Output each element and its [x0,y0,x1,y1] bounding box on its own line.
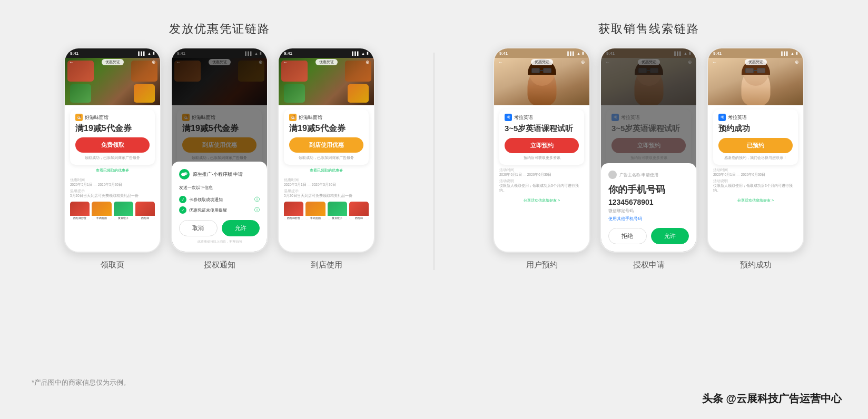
auth-buttons-5: 拒绝 允许 [608,228,689,244]
coupon-card-1: 🍜 好滋味面馆 满19减5代金券 免费领取 领取成功，已添加到商家广告服务 [70,109,155,165]
other-phone-5[interactable]: 使用其他手机号码 [608,216,689,222]
course-sub-6: 感谢您的预约，我们会尽快与您联系！ [718,155,793,161]
claim-button-1[interactable]: 免费领取 [75,137,150,153]
coupon-header-bar-1: ← 优惠凭证 ⊕ [65,59,160,65]
left-section-title: 发放优惠凭证链路 [169,21,270,37]
signal-icon: ▌▌▌ [138,52,146,55]
phone-4-content: 考 考拉英语 3~5岁英语课程试听 立即预约 预约后可获取更多资讯 活动时间 2… [494,105,589,252]
cancel-button-2[interactable]: 取消 [179,220,218,236]
right-phones-row: 9:41 ▌▌▌ ▲ ▮ [493,47,804,270]
auth-title-2: 发送一次以下信息 [179,185,260,191]
food-label-3b: 牛肉拉面 [305,216,325,220]
allow-button-2[interactable]: 允许 [222,220,260,236]
auth-check-2: ✓ 优惠凭证未使用提醒 ⓘ [179,206,260,214]
share-link-4[interactable]: 分享活动信息给好友 > [494,196,589,205]
section-divider [433,53,435,270]
food-img-3b [305,202,325,216]
auth-header-2: 原生推广·小程序版 申请 [179,169,260,179]
food-img-1b [92,202,111,216]
restaurant-name-3: 好滋味面馆 [299,114,322,121]
phone-label-4: 用户预约 [526,260,558,270]
course-card-6: 考 考拉英语 预约成功 已预约 感谢您的预约，我们会尽快与您联系！ [713,109,798,165]
brand-watermark: 头条 @云展科技广告运营中心 [702,392,842,406]
check-icon-1: ✓ [179,196,186,203]
reminder-label-1: 温馨提示 [70,189,155,194]
auth-label-5: 广告主名称 申请使用 [608,171,689,179]
course-title-4: 3~5岁英语课程试听 [505,123,579,134]
restaurant-icon-3: 🍜 [289,114,297,121]
coupon-header-bar-3: ← 优惠凭证 ⊕ [279,59,374,65]
check-text-2: 优惠凭证未使用提醒 [189,207,252,213]
course-title-6: 预约成功 [718,123,793,134]
phone-6-bottom: 活动时间 2020年6月1日 — 2020年6月30日 活动说明 仅限新人领取使… [708,165,803,196]
phone-6-header-person: ← 优惠凭证 ⊕ [708,58,803,105]
reminder-label-3: 温馨提示 [284,189,369,194]
signal-icon-3: ▌▌▌ [352,52,360,55]
food-label-3d: 西红柿 [349,216,369,220]
wifi-icon-4: ▲ [577,52,580,55]
auth-overlay-2: 原生推广·小程序版 申请 发送一次以下信息 ✓ 卡券领取成功通知 ⓘ ✓ [172,48,267,252]
food-thumbs-1: 西红柿炒蛋 牛肉拉面 黄豆饺子 [65,202,160,223]
use-button-3[interactable]: 到店使用优惠 [289,137,363,153]
wechat-bind-5: 微信绑定号码 [608,208,689,214]
food-label-3a: 西红柿炒蛋 [284,216,303,220]
phone-1-header-img: ← 优惠凭证 ⊕ [65,58,160,105]
activity-note-4: 仅限新人领取使用；领取成功后3个月内可进行预约。 [499,184,584,193]
status-time-1: 9:41 [70,51,78,56]
check-text-1: 卡券领取成功通知 [189,197,252,203]
reserve-button-4[interactable]: 立即预约 [505,138,579,153]
wechat-icon-2 [179,169,190,179]
status-time-3: 9:41 [284,51,292,56]
coupon-sub-3: 领取成功，已添加到商家广告服务 [289,155,363,161]
auth-app-name-2: 原生推广·小程序版 申请 [193,171,243,178]
battery-icon: ▮ [153,51,155,55]
battery-icon-3: ▮ [367,51,369,55]
food-img-1d [135,202,155,216]
activity-note-6: 仅限新人领取使用；领取成功后3个月内可进行预约。 [713,184,798,193]
auth-overlay-5: 广告主名称 申请使用 你的手机号码 12345678901 微信绑定号码 使用其… [601,48,696,252]
wifi-icon: ▲ [147,52,151,55]
auth-label-text-5: 广告主名称 申请使用 [619,172,658,178]
allow-button-5[interactable]: 允许 [651,228,689,244]
phone-label-6: 预约成功 [740,260,772,270]
left-phones-row: 9:41 ▌▌▌ ▲ ▮ [64,47,375,270]
phone-wrapper-4: 9:41 ▌▌▌ ▲ ▮ [493,47,590,270]
course-brand-6: 考 考拉英语 [718,114,793,121]
coupon-title-3: 满19减5代金券 [289,123,363,133]
brand-name-6: 考拉英语 [728,114,747,121]
restaurant-name-1: 好滋味面馆 [85,114,108,121]
reject-button-5[interactable]: 拒绝 [608,228,647,244]
phone-wrapper-3: 9:41 ▌▌▌ ▲ ▮ [278,47,375,270]
battery-icon-6: ▮ [796,51,798,55]
coupon-title-1: 满19减5代金券 [75,123,150,133]
food-label-1b: 牛肉拉面 [92,216,111,220]
food-thumb-3b: 牛肉拉面 [305,202,325,220]
food-thumb-3d: 西红柿 [349,202,369,220]
share-link-6[interactable]: 分享活动信息给好友 > [708,196,803,205]
food-thumb-1d: 西红柿 [135,202,155,220]
coupon-link-3[interactable]: 查看已领取的优惠券 [279,166,374,175]
food-img-3a [284,202,303,216]
phone-3-content: 🍜 好滋味面馆 满19减5代金券 到店使用优惠 领取成功，已添加到商家广告服务 … [279,105,374,252]
phone-wrapper-5: 9:41 ▌▌▌ ▲ ▮ [600,47,697,270]
coupon-header-bar-6: ← 优惠凭证 ⊕ [708,59,803,65]
coupon-header-bar-4: ← 优惠凭证 ⊕ [494,59,589,65]
phone-wrapper-2: 9:41 ▌▌▌ ▲ ▮ ← [171,47,268,270]
food-label-1c: 黄豆饺子 [114,216,133,220]
food-thumbs-3: 西红柿炒蛋 牛肉拉面 黄豆饺子 [279,202,374,223]
food-img-1c [114,202,133,216]
auth-buttons-2: 取消 允许 [179,220,260,236]
coupon-link-1[interactable]: 查看已领取的优惠券 [65,166,160,175]
phone-digits-5: 12345678901 [608,198,689,206]
phone-6: 9:41 ▌▌▌ ▲ ▮ [707,47,804,253]
phone-1-content: 🍜 好滋味面馆 满19减5代金券 免费领取 领取成功，已添加到商家广告服务 查看… [65,105,160,252]
reminder-value-3: 5月20日当天到店可免费领取精美礼品一份 [284,194,369,198]
phone-2: 9:41 ▌▌▌ ▲ ▮ ← [171,47,268,253]
right-section: 获取销售线索链路 9:41 ▌▌▌ ▲ ▮ [440,21,857,270]
activity-value-4: 2020年6月1日 — 2020年6月30日 [499,173,584,177]
phone-label-5: 授权申请 [633,260,665,270]
page-container: 发放优惠凭证链路 9:41 ▌▌▌ ▲ ▮ [0,0,868,419]
phone-6-content: 考 考拉英语 预约成功 已预约 感谢您的预约，我们会尽快与您联系！ 活动时间 2… [708,105,803,252]
course-card-4: 考 考拉英语 3~5岁英语课程试听 立即预约 预约后可获取更多资讯 [499,109,584,165]
auth-dialog-5: 广告主名称 申请使用 你的手机号码 12345678901 微信绑定号码 使用其… [601,163,696,252]
